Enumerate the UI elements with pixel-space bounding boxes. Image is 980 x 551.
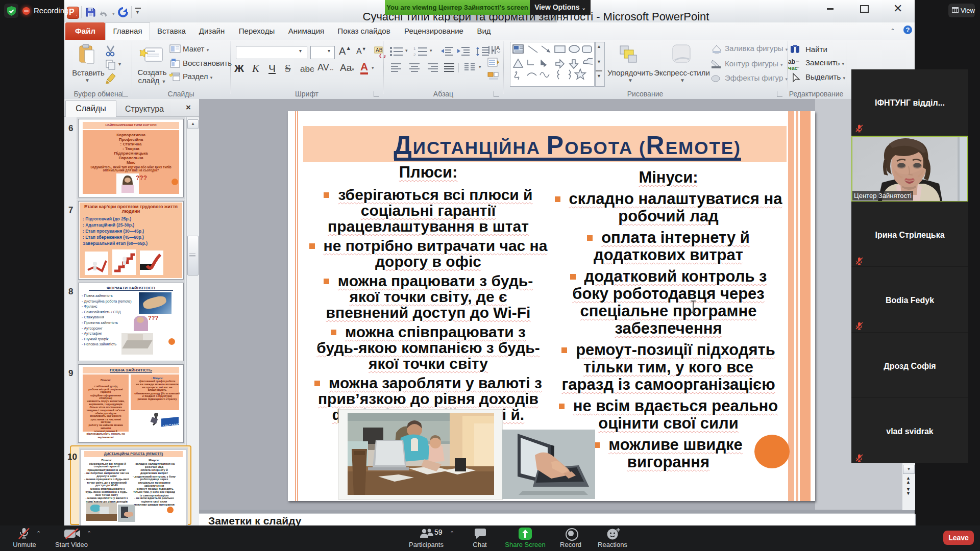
svg-text:2: 2	[413, 53, 416, 57]
svg-text:A: A	[496, 45, 500, 51]
svg-text:AB: AB	[376, 47, 383, 53]
svg-text:час: час	[788, 65, 798, 70]
svg-text:ab: ab	[788, 58, 795, 65]
svg-text:1: 1	[413, 46, 416, 51]
